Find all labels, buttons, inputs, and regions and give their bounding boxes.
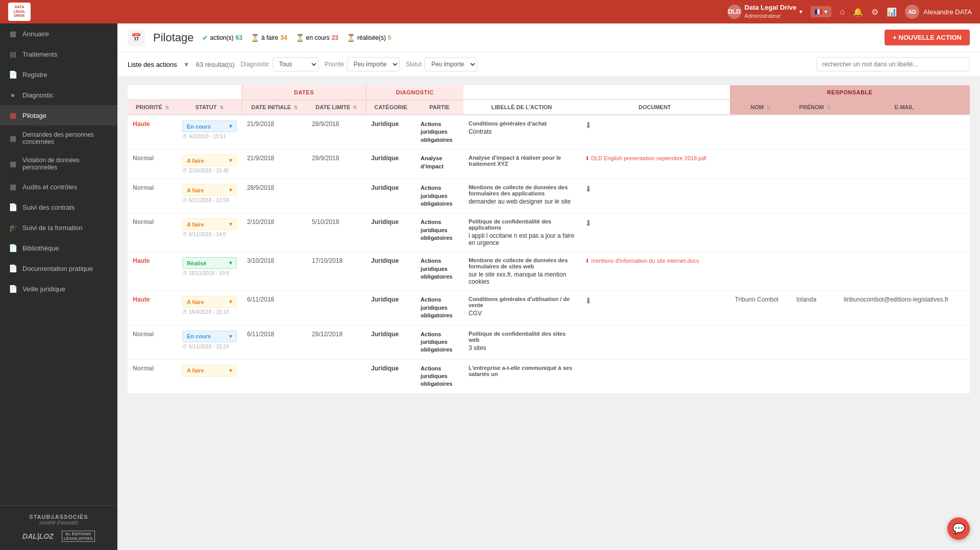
partie-cell: Actions juridiques obligatoires [415, 213, 463, 252]
sidebar-item-formation[interactable]: 🎓 Suivi de la formation [0, 217, 117, 238]
date-limite-cell [307, 179, 366, 213]
doc-icon: 📄 [8, 70, 17, 79]
en-cours-label: en cours [306, 34, 330, 41]
home-button[interactable]: ⌂ [840, 7, 845, 16]
realisees-label: réalisée(s) [357, 34, 386, 41]
priorite-label: Priorité [325, 61, 344, 68]
diagnostic-select[interactable]: Tous [273, 57, 318, 71]
people-icon: ▦ [8, 134, 17, 143]
search-input[interactable] [817, 57, 970, 71]
sidebar-label-annuaire: Annuaire [22, 30, 49, 38]
nom-cell [730, 359, 791, 393]
veille-icon: 📄 [8, 284, 17, 293]
nom-cell [730, 213, 791, 252]
page-header-left: 📅 Pilotage ✔ action(s) 63 ⏳ à faire 34 ⏳ [128, 29, 391, 46]
sidebar-item-documentation[interactable]: 📄 Documentation pratique [0, 258, 117, 279]
topnav: DATA LEGAL DRIVE DLD Data Legal Drive Ad… [0, 0, 980, 23]
libelle-title: Mentions de collecte de données des form… [469, 257, 575, 269]
a-faire-count: 34 [280, 34, 287, 41]
document-link[interactable]: ⬇ DLD English presentation septembre 201… [585, 155, 725, 162]
sidebar-item-contrats[interactable]: 📄 Suivi des contrats [0, 197, 117, 217]
status-cell[interactable]: A faire▾⏱6/11/2018 - 14:0 [177, 213, 242, 252]
sidebar-label-demandes: Demandes des personnes concernées [22, 131, 109, 145]
org-selector[interactable]: DLD Data Legal Drive Administrateur ▾ [727, 4, 803, 19]
libelle-cell: Politique de confidentialité des sites w… [463, 325, 580, 359]
notifications-button[interactable]: 🔔 [853, 7, 863, 17]
sidebar-item-violation[interactable]: ▦ Violation de données personnelles [0, 151, 117, 177]
user-avatar: AD [905, 5, 919, 19]
download-icon[interactable]: ⬇ [585, 296, 592, 305]
statut-select[interactable]: Peu importe [425, 57, 477, 71]
sidebar-item-registre[interactable]: 📄 Registre [0, 64, 117, 85]
download-icon[interactable]: ⬇ [585, 121, 592, 130]
status-cell[interactable]: A faire▾ [177, 359, 242, 393]
list-label: Liste des actions [128, 61, 177, 68]
th-document: DOCUMENT [580, 100, 730, 115]
partie-cell: Actions juridiques obligatoires [415, 115, 463, 149]
sidebar: ▦ Annuaire ▤ Traitements 📄 Registre ● Di… [0, 23, 117, 550]
date-initiale-cell: 2/10/2018 [242, 213, 307, 252]
sidebar-label-documentation: Documentation pratique [22, 265, 93, 272]
sidebar-label-violation: Violation de données personnelles [22, 157, 109, 171]
libelle-cell: Politique de confidentialité des applica… [463, 213, 580, 252]
category-cell: Juridique [366, 179, 415, 213]
priority-cell: Haute [128, 252, 177, 291]
th-categorie[interactable]: CATÉGORIE [366, 100, 415, 115]
formation-icon: 🎓 [8, 223, 17, 232]
status-cell[interactable]: En cours▾⏱6/11/2018 - 15:24 [177, 325, 242, 359]
sidebar-item-annuaire[interactable]: ▦ Annuaire [0, 23, 117, 44]
libelle-title: Mentions de collecte de données des form… [469, 184, 575, 196]
th-nom[interactable]: NOM ⇅ [730, 100, 791, 115]
sidebar-item-demandes[interactable]: ▦ Demandes des personnes concernées [0, 126, 117, 151]
flag-chevron-icon: ▾ [824, 8, 827, 15]
status-cell[interactable]: A faire▾⏱2/10/2018 - 15:45 [177, 149, 242, 179]
priority-cell: Normal [128, 325, 177, 359]
th-partie[interactable]: PARTIE [415, 100, 463, 115]
status-cell[interactable]: En cours▾⏱4/2/2019 - 10:51 [177, 115, 242, 149]
sidebar-label-diagnostic: Diagnostic [22, 91, 54, 99]
status-cell[interactable]: A faire▾⏱16/4/2019 - 15:10 [177, 291, 242, 325]
sidebar-item-veille[interactable]: 📄 Veille juridique [0, 279, 117, 299]
language-selector[interactable]: 🇫🇷 ▾ [811, 6, 831, 17]
analytics-button[interactable]: 📊 [887, 7, 897, 17]
sidebar-item-traitements[interactable]: ▤ Traitements [0, 44, 117, 64]
partie-cell: Actions juridiques obligatoires [415, 359, 463, 393]
libelle-title: Politique de confidentialité des sites w… [469, 331, 575, 343]
document-link[interactable]: ⬇ mentions d'information du site interne… [585, 257, 725, 264]
priorite-select[interactable]: Peu importe [347, 57, 400, 71]
sidebar-item-diagnostic[interactable]: ● Diagnostic [0, 85, 117, 105]
th-date-limite[interactable]: DATE LIMITE ⇅ [307, 100, 366, 115]
status-cell[interactable]: A faire▾⏱6/11/2018 - 13:59 [177, 179, 242, 213]
th-prenom[interactable]: PRÉNOM ⇅ [791, 100, 839, 115]
status-cell[interactable]: Réalisé▾⏱16/11/2018 - 10:9 [177, 252, 242, 291]
download-icon[interactable]: ⬇ [585, 185, 592, 193]
sidebar-item-bibliotheque[interactable]: 📄 Bibliothèque [0, 238, 117, 258]
prenom-cell [791, 325, 839, 359]
en-cours-count: 23 [332, 34, 338, 41]
filter-funnel-icon: ▼ [183, 61, 190, 68]
table-wrapper: DATES DIAGNOSTIC RESPONSABLE PRIORITÉ ⇅ … [128, 85, 970, 394]
user-menu[interactable]: AD Alexandre DATA [905, 5, 972, 19]
new-action-button[interactable]: + NOUVELLE ACTION [885, 30, 970, 45]
chat-icon: 💬 [952, 522, 965, 535]
email-cell [839, 115, 970, 149]
stat-en-cours: ⏳ en cours 23 [296, 34, 338, 42]
circle-icon: ● [8, 90, 17, 99]
stat-realisees: ⏳ réalisée(s) 5 [347, 34, 391, 42]
sidebar-label-veille: Veille juridique [22, 285, 65, 293]
settings-button[interactable]: ⚙ [871, 7, 878, 17]
libelle-desc: 3 sites [469, 344, 575, 352]
actions-table: DATES DIAGNOSTIC RESPONSABLE PRIORITÉ ⇅ … [128, 85, 970, 394]
org-avatar: DLD [727, 5, 742, 19]
th-date-initiale[interactable]: DATE INITIALE ⇅ [242, 100, 307, 115]
th-priorite[interactable]: PRIORITÉ ⇅ [128, 100, 177, 115]
date-limite-cell [307, 359, 366, 393]
th-statut[interactable]: STATUT ⇅ [177, 100, 242, 115]
sidebar-item-pilotage[interactable]: ▦ Pilotage [0, 105, 117, 126]
sidebar-item-audits[interactable]: ▦ Audits et contrôles [0, 177, 117, 197]
download-icon[interactable]: ⬇ [585, 219, 592, 228]
partie-cell: Actions juridiques obligatoires [415, 252, 463, 291]
partie-cell: Actions juridiques obligatoires [415, 325, 463, 359]
chat-bubble[interactable]: 💬 [947, 517, 970, 540]
stat-actions: ✔ action(s) 63 [202, 34, 242, 42]
